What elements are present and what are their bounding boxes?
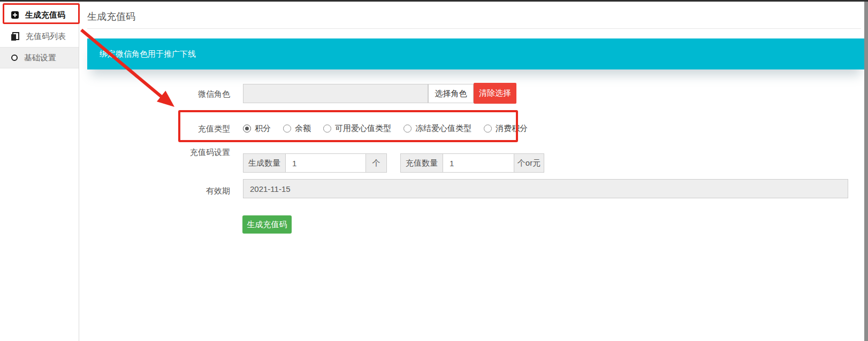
page: 生成充值码 充值码列表 基础设置 生成充值码 绑定微信角色用于推广下线 微信角色… (0, 0, 868, 341)
panel-heading-banner: 绑定微信角色用于推广下线 (87, 38, 864, 69)
panel-heading-text: 绑定微信角色用于推广下线 (100, 49, 196, 59)
window-top-edge (0, 0, 868, 2)
generate-qty-prefix: 生成数量 (243, 153, 286, 173)
annotation-box-recharge-type (178, 110, 518, 142)
recharge-qty-prefix: 充值数量 (400, 153, 443, 173)
circle-icon (11, 55, 18, 61)
sidebar-item-code-list[interactable]: 充值码列表 (0, 26, 79, 47)
wechat-role-input[interactable] (243, 84, 428, 103)
page-title: 生成充值码 (87, 10, 135, 23)
annotation-box-sidebar-item (3, 3, 80, 24)
validity-label: 有效期 (160, 186, 230, 196)
sidebar: 生成充值码 充值码列表 基础设置 (0, 2, 79, 341)
select-role-button[interactable]: 选择角色 (428, 84, 474, 103)
generate-qty-suffix: 个 (366, 153, 387, 173)
recharge-qty-suffix: 个or元 (514, 153, 544, 173)
wechat-role-label: 微信角色 (160, 89, 230, 99)
sidebar-item-label: 充值码列表 (26, 32, 66, 42)
generate-code-button[interactable]: 生成充值码 (242, 215, 292, 234)
title-divider (87, 28, 861, 29)
vertical-scrollbar[interactable] (864, 2, 868, 341)
copy-icon (11, 32, 19, 41)
main-content: 生成充值码 绑定微信角色用于推广下线 微信角色 选择角色 清除选择 充值类型 积… (80, 2, 864, 341)
sidebar-item-label: 基础设置 (24, 53, 56, 63)
code-settings-label: 充值码设置 (160, 148, 230, 158)
recharge-qty-input[interactable] (443, 153, 514, 173)
sidebar-item-basic-settings[interactable]: 基础设置 (0, 47, 79, 68)
generate-qty-input[interactable] (285, 153, 366, 173)
validity-date-input[interactable] (243, 179, 848, 198)
clear-selection-button[interactable]: 清除选择 (474, 83, 516, 104)
